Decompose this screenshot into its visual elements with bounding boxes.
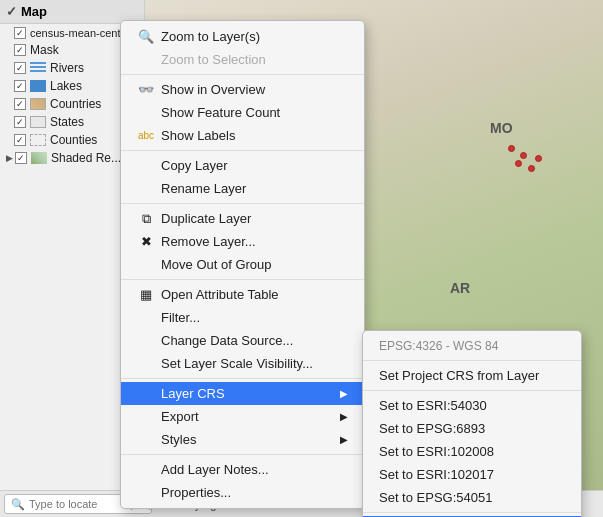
filter-icon — [137, 311, 155, 325]
menu-item-show-in-overview[interactable]: 👓 Show in Overview — [121, 78, 364, 101]
layer-checkbox-states[interactable] — [14, 116, 26, 128]
submenu-label-epsg-6893: Set to EPSG:6893 — [379, 421, 485, 436]
layer-icon-counties — [30, 134, 46, 146]
menu-separator-4 — [121, 279, 364, 280]
layer-icon-countries — [30, 98, 46, 110]
menu-label-move-out-of-group: Move Out of Group — [161, 257, 272, 272]
layer-checkbox-census[interactable] — [14, 27, 26, 39]
menu-label-rename-layer: Rename Layer — [161, 181, 246, 196]
layer-label-lakes: Lakes — [50, 79, 82, 93]
rename-layer-icon — [137, 182, 155, 196]
styles-submenu-arrow: ▶ — [340, 434, 348, 445]
layer-label-countries: Countries — [50, 97, 101, 111]
menu-label-zoom-to-selection: Zoom to Selection — [161, 52, 266, 67]
search-input[interactable] — [29, 498, 129, 510]
menu-label-filter: Filter... — [161, 310, 200, 325]
map-label-ar: AR — [450, 280, 470, 296]
show-labels-icon: abc — [137, 129, 155, 143]
layer-label-mask: Mask — [30, 43, 59, 57]
submenu-item-set-project-crs[interactable]: Set Project CRS from Layer — [363, 364, 581, 387]
remove-layer-icon: ✖ — [137, 235, 155, 249]
layer-label-counties: Counties — [50, 133, 97, 147]
menu-item-zoom-to-selection[interactable]: Zoom to Selection — [121, 48, 364, 71]
zoom-to-selection-icon — [137, 53, 155, 67]
submenu-item-epsg-54051[interactable]: Set to EPSG:54051 — [363, 486, 581, 509]
menu-item-add-layer-notes[interactable]: Add Layer Notes... — [121, 458, 364, 481]
menu-item-styles[interactable]: Styles ▶ — [121, 428, 364, 451]
map-dot — [520, 152, 527, 159]
export-submenu-arrow: ▶ — [340, 411, 348, 422]
search-icon: 🔍 — [11, 498, 25, 511]
zoom-to-layer-icon: 🔍 — [137, 30, 155, 44]
set-layer-scale-icon — [137, 357, 155, 371]
map-dot — [508, 145, 515, 152]
check-icon: ✓ — [6, 4, 17, 19]
submenu-label-epsg-54051: Set to EPSG:54051 — [379, 490, 492, 505]
menu-label-layer-crs: Layer CRS — [161, 386, 225, 401]
menu-separator-6 — [121, 454, 364, 455]
layer-checkbox-countries[interactable] — [14, 98, 26, 110]
layer-crs-submenu-arrow: ▶ — [340, 388, 348, 399]
menu-item-move-out-of-group[interactable]: Move Out of Group — [121, 253, 364, 276]
layer-checkbox-mask[interactable] — [14, 44, 26, 56]
menu-item-duplicate-layer[interactable]: ⧉ Duplicate Layer — [121, 207, 364, 230]
show-feature-count-icon — [137, 106, 155, 120]
menu-item-export[interactable]: Export ▶ — [121, 405, 364, 428]
menu-item-zoom-to-layer[interactable]: 🔍 Zoom to Layer(s) — [121, 25, 364, 48]
attribute-table-icon: ▦ — [137, 288, 155, 302]
menu-label-change-data-source: Change Data Source... — [161, 333, 293, 348]
layer-checkbox-lakes[interactable] — [14, 80, 26, 92]
menu-label-show-feature-count: Show Feature Count — [161, 105, 280, 120]
menu-separator-1 — [121, 74, 364, 75]
menu-item-rename-layer[interactable]: Rename Layer — [121, 177, 364, 200]
add-layer-notes-icon — [137, 463, 155, 477]
menu-label-open-attribute-table: Open Attribute Table — [161, 287, 279, 302]
menu-item-show-feature-count[interactable]: Show Feature Count — [121, 101, 364, 124]
menu-label-remove-layer: Remove Layer... — [161, 234, 256, 249]
submenu-item-esri-102017[interactable]: Set to ESRI:102017 — [363, 463, 581, 486]
map-dot — [528, 165, 535, 172]
menu-label-show-in-overview: Show in Overview — [161, 82, 265, 97]
menu-item-filter[interactable]: Filter... — [121, 306, 364, 329]
menu-separator-3 — [121, 203, 364, 204]
menu-label-duplicate-layer: Duplicate Layer — [161, 211, 251, 226]
menu-label-set-layer-scale: Set Layer Scale Visibility... — [161, 356, 313, 371]
submenu-item-esri-102008[interactable]: Set to ESRI:102008 — [363, 440, 581, 463]
menu-item-change-data-source[interactable]: Change Data Source... — [121, 329, 364, 352]
layer-icon-lakes — [30, 80, 46, 92]
menu-item-layer-crs[interactable]: Layer CRS ▶ — [121, 382, 364, 405]
layer-label-states: States — [50, 115, 84, 129]
layer-icon-shaded — [31, 152, 47, 164]
menu-label-copy-layer: Copy Layer — [161, 158, 227, 173]
layer-crs-submenu: EPSG:4326 - WGS 84 Set Project CRS from … — [362, 330, 582, 517]
menu-label-properties: Properties... — [161, 485, 231, 500]
submenu-item-esri-54030[interactable]: Set to ESRI:54030 — [363, 394, 581, 417]
menu-item-open-attribute-table[interactable]: ▦ Open Attribute Table — [121, 283, 364, 306]
properties-icon — [137, 486, 155, 500]
menu-label-export: Export — [161, 409, 199, 424]
submenu-label-esri-54030: Set to ESRI:54030 — [379, 398, 487, 413]
copy-layer-icon — [137, 159, 155, 173]
map-dot — [515, 160, 522, 167]
menu-item-set-layer-scale[interactable]: Set Layer Scale Visibility... — [121, 352, 364, 375]
context-menu: 🔍 Zoom to Layer(s) Zoom to Selection 👓 S… — [120, 20, 365, 509]
layer-checkbox-rivers[interactable] — [14, 62, 26, 74]
styles-icon — [137, 433, 155, 447]
submenu-item-epsg-6893[interactable]: Set to EPSG:6893 — [363, 417, 581, 440]
menu-item-remove-layer[interactable]: ✖ Remove Layer... — [121, 230, 364, 253]
submenu-label-set-project-crs: Set Project CRS from Layer — [379, 368, 539, 383]
submenu-separator-2 — [363, 390, 581, 391]
duplicate-layer-icon: ⧉ — [137, 212, 155, 226]
layer-icon-states — [30, 116, 46, 128]
move-out-icon — [137, 258, 155, 272]
menu-item-properties[interactable]: Properties... — [121, 481, 364, 504]
submenu-label-esri-102017: Set to ESRI:102017 — [379, 467, 494, 482]
map-dot — [535, 155, 542, 162]
submenu-separator-3 — [363, 512, 581, 513]
menu-item-show-labels[interactable]: abc Show Labels — [121, 124, 364, 147]
layer-checkbox-shaded[interactable] — [15, 152, 27, 164]
menu-item-copy-layer[interactable]: Copy Layer — [121, 154, 364, 177]
expand-arrow[interactable]: ▶ — [6, 153, 13, 163]
layer-label-shaded: Shaded Re... — [51, 151, 121, 165]
layer-checkbox-counties[interactable] — [14, 134, 26, 146]
